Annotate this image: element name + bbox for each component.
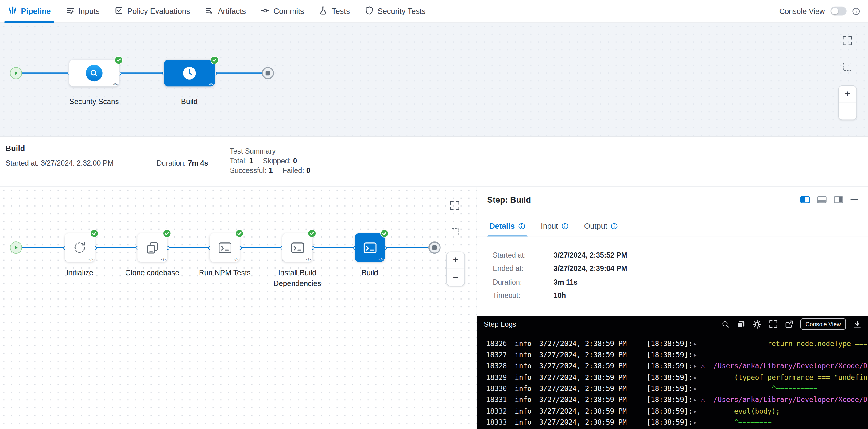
log-date: 3/27/2024, 2:38:59 PM: [539, 373, 642, 381]
selection-tool-button[interactable]: [451, 228, 459, 237]
stage-node-build[interactable]: </>: [164, 60, 215, 87]
info-icon[interactable]: [852, 7, 860, 16]
fullscreen-button[interactable]: [842, 35, 852, 46]
log-line: 18328 info 3/27/2024, 2:38:59 PM [18:38:…: [477, 361, 868, 372]
tab-input[interactable]: Input: [541, 216, 568, 236]
tab-pipeline[interactable]: Pipeline: [8, 0, 51, 23]
console-view-toggle[interactable]: [830, 7, 846, 16]
log-line: 18330 info 3/27/2024, 2:38:59 PM [18:38:…: [477, 383, 868, 394]
test-summary-row-2: Successful:1 Failed:0: [229, 166, 318, 175]
step-node-build[interactable]: </>: [355, 233, 384, 262]
log-timestamp: [18:38:59]:: [647, 351, 693, 359]
tab-output-label: Output: [584, 221, 608, 230]
settings-gear-icon[interactable]: [752, 319, 762, 329]
log-expand-arrow[interactable]: ▸: [693, 362, 701, 370]
tab-security-tests[interactable]: Security Tests: [365, 0, 425, 23]
step-node-clone-codebase[interactable]: </>: [137, 233, 167, 262]
summary-duration: Duration: 7m 4s: [157, 159, 208, 167]
zoom-out-button[interactable]: −: [447, 269, 465, 286]
log-timestamp: [18:38:59]:: [647, 418, 693, 427]
step-logs-console: Step Logs Console View: [477, 316, 868, 429]
success-check-badge: [115, 56, 123, 64]
step-panel-tabs: Details Input Output: [477, 216, 868, 237]
log-expand-arrow[interactable]: ▸: [693, 396, 701, 404]
code-step-icon: </>: [209, 82, 213, 86]
edge: [312, 247, 355, 248]
stage-node-security-scans[interactable]: </>: [69, 60, 119, 87]
step-node-initialize[interactable]: </>: [65, 233, 95, 262]
stage-node-label: Build: [148, 97, 231, 108]
detail-row-duration: Duration:3m 11s: [493, 278, 578, 286]
terminal-icon: [290, 240, 305, 255]
fullscreen-button[interactable]: [450, 201, 460, 211]
selection-tool-button[interactable]: [843, 63, 851, 71]
log-content: (typeof performance === "undefined": [701, 373, 868, 381]
security-scan-icon: [86, 65, 102, 81]
log-date: 3/27/2024, 2:38:59 PM: [539, 396, 642, 404]
zoom-controls: + −: [446, 251, 465, 286]
play-icon: [13, 70, 19, 76]
console-title: Step Logs: [484, 320, 516, 328]
artifacts-list-icon: [205, 6, 214, 16]
tab-artifacts[interactable]: Artifacts: [205, 0, 246, 23]
log-content: ⚠ /Users/anka/Library/Developer/Xcode/De…: [701, 396, 868, 404]
log-line-number: 18333: [486, 418, 508, 427]
log-expand-arrow[interactable]: ▸: [693, 407, 701, 415]
layout-split-bottom-icon[interactable]: [817, 196, 827, 203]
execution-graph-canvas[interactable]: </> Initialize </> Clone codebase </> Ru…: [0, 187, 477, 429]
tab-inputs[interactable]: Inputs: [66, 0, 99, 23]
open-in-new-icon[interactable]: [785, 320, 793, 328]
stop-icon: [432, 245, 437, 250]
minimize-panel-icon[interactable]: [850, 199, 858, 201]
log-line-number: 18329: [486, 373, 508, 381]
log-expand-arrow[interactable]: ▸: [693, 385, 701, 393]
stage-pipeline-canvas[interactable]: </> Security Scans </> Build + −: [0, 23, 868, 136]
log-content: ^~~~~~~~~: [701, 418, 868, 427]
console-view-button[interactable]: Console View: [801, 318, 846, 330]
zoom-in-button[interactable]: +: [839, 86, 856, 102]
search-icon[interactable]: [721, 320, 730, 328]
clone-icon: [145, 241, 159, 254]
fullscreen-icon[interactable]: [769, 320, 778, 329]
code-step-icon: </>: [306, 258, 311, 262]
log-expand-arrow[interactable]: ▸: [693, 373, 701, 381]
initialize-sync-icon: [72, 240, 87, 255]
edge: [22, 72, 69, 74]
tab-commits[interactable]: Commits: [261, 0, 304, 23]
detail-row-ended: Ended at:3/27/2024, 2:39:04 PM: [493, 264, 627, 272]
download-icon[interactable]: [853, 320, 861, 328]
edge: [167, 247, 210, 248]
copy-icon[interactable]: [737, 320, 745, 328]
panel-layout-controls: [801, 196, 858, 203]
success-check-badge: [163, 229, 171, 238]
tab-tests[interactable]: Tests: [319, 0, 350, 23]
layout-split-right-icon[interactable]: [834, 196, 843, 203]
console-header: Step Logs Console View: [477, 316, 868, 332]
step-node-run-npm-tests[interactable]: </>: [210, 233, 240, 262]
log-date: 3/27/2024, 2:38:59 PM: [539, 407, 642, 415]
log-level: info: [515, 351, 533, 359]
log-expand-arrow[interactable]: ▸: [693, 351, 701, 359]
zoom-in-button[interactable]: +: [447, 252, 465, 269]
log-line-number: 18326: [486, 339, 508, 348]
success-check-badge: [308, 229, 316, 238]
step-node-install-build-dependencies[interactable]: </>: [282, 233, 312, 262]
step-details-panel: Step: Build Details Input: [477, 187, 868, 429]
step-node-label: Initialize: [46, 268, 113, 278]
log-line: 18326 info 3/27/2024, 2:38:59 PM [18:38:…: [477, 338, 868, 349]
tab-details[interactable]: Details: [489, 216, 525, 236]
zoom-out-button[interactable]: −: [839, 102, 856, 120]
execution-end-node: [429, 241, 441, 254]
success-check-badge: [210, 56, 219, 64]
edge: [119, 72, 164, 74]
log-timestamp: [18:38:59]:: [647, 407, 693, 415]
tab-output[interactable]: Output: [584, 216, 618, 236]
log-level: info: [515, 418, 533, 427]
log-expand-arrow[interactable]: ▸: [693, 418, 701, 427]
tab-policy-evaluations[interactable]: Policy Evaluations: [115, 0, 190, 23]
info-icon: [611, 222, 618, 229]
build-summary-bar: Build Started at: 3/27/2024, 2:32:00 PM …: [0, 136, 868, 187]
step-node-label: Clone codebase: [119, 268, 185, 278]
layout-split-left-icon[interactable]: [801, 196, 810, 203]
log-expand-arrow[interactable]: ▸: [693, 339, 701, 348]
